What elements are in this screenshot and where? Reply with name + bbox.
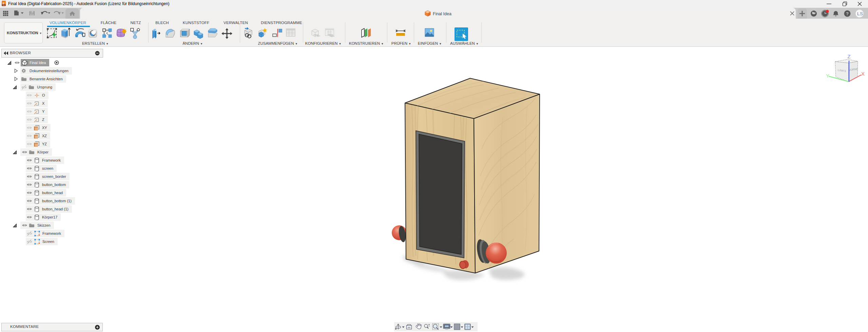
svg-text:S: S: [860, 11, 863, 16]
svg-text:X: X: [861, 71, 865, 77]
svg-text:F: F: [3, 1, 5, 5]
svg-text:?: ?: [846, 11, 849, 16]
svg-text:Z: Z: [847, 54, 850, 59]
svg-text:FUS: FUS: [3, 5, 5, 6]
svg-text:Y: Y: [826, 73, 829, 79]
svg-text:L: L: [857, 11, 860, 16]
svg-text:Final Idea: Final Idea: [433, 12, 451, 16]
